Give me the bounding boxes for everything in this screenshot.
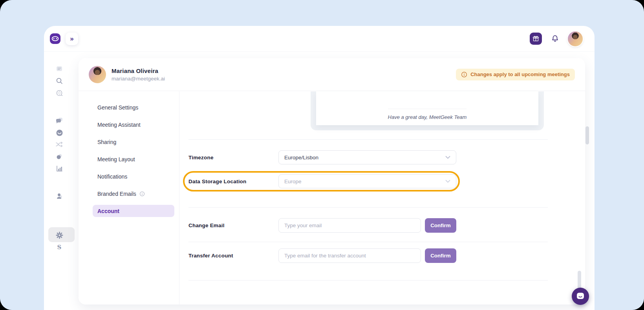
- changes-notice-text: Changes apply to all upcoming meetings: [470, 71, 570, 77]
- divider: [188, 280, 548, 281]
- nav-label: General Settings: [97, 104, 138, 111]
- nav-item-account[interactable]: Account: [93, 205, 174, 217]
- rewards-gift-button[interactable]: [530, 33, 542, 45]
- nav-item-notifications[interactable]: Notifications: [93, 170, 174, 182]
- expand-sidebar-button[interactable]: »: [66, 33, 78, 45]
- profile-avatar: [89, 66, 106, 83]
- nav-label: Sharing: [97, 139, 116, 145]
- analytics-bar-chart-icon[interactable]: [44, 162, 75, 174]
- expand-glyph: »: [70, 35, 73, 43]
- billing-icon[interactable]: S: [44, 241, 75, 253]
- notifications-bell-button[interactable]: [550, 34, 560, 44]
- content-scrollbar-thumb[interactable]: [578, 271, 581, 290]
- transfer-account-label: Transfer Account: [188, 253, 278, 259]
- page-background: »: [0, 0, 644, 310]
- profile-email: mariana@meetgeek.ai: [112, 76, 165, 82]
- nav-label: Meeting Assistant: [97, 122, 141, 128]
- user-avatar[interactable]: [568, 31, 583, 46]
- search-icon[interactable]: [44, 75, 75, 87]
- data-storage-label: Data Storage Location: [188, 179, 278, 184]
- timezone-value: Europe/Lisbon: [284, 155, 318, 160]
- nav-item-meeting-layout[interactable]: Meeting Layout: [93, 153, 174, 165]
- icon-sidebar: S: [44, 52, 75, 310]
- window-scrollbar-thumb[interactable]: [585, 126, 589, 144]
- calendar-icon[interactable]: [44, 63, 75, 75]
- timezone-select[interactable]: Europe/Lisbon: [278, 150, 456, 164]
- bell-icon: [551, 34, 560, 43]
- chevron-down-icon: [445, 180, 450, 183]
- account-header: Mariana Oliveira mariana@meetgeek.ai Cha…: [79, 58, 585, 91]
- app-window: »: [44, 26, 595, 310]
- gift-icon: [532, 35, 540, 42]
- changes-notice-badge: Changes apply to all upcoming meetings: [456, 69, 575, 80]
- timezone-row: Timezone Europe/Lisbon: [188, 150, 548, 164]
- chevron-down-icon: [445, 156, 450, 159]
- change-email-input[interactable]: [278, 218, 421, 233]
- data-storage-select[interactable]: Europe: [278, 174, 456, 188]
- billing-glyph: S: [57, 244, 62, 251]
- nav-label: Branded Emails: [97, 191, 136, 197]
- info-icon: [461, 71, 467, 78]
- transfer-account-input[interactable]: [278, 248, 421, 263]
- meetgeek-logo-icon[interactable]: [50, 33, 60, 44]
- timezone-label: Timezone: [188, 155, 278, 160]
- profile-name: Mariana Oliveira: [112, 67, 165, 74]
- top-bar: »: [44, 26, 595, 52]
- transfer-account-confirm-button[interactable]: Confirm: [425, 248, 456, 263]
- nav-label: Meeting Layout: [97, 156, 135, 162]
- chat-launcher-button[interactable]: [572, 288, 589, 305]
- settings-body: General Settings Meeting Assistant Shari…: [79, 91, 585, 305]
- nav-item-general-settings[interactable]: General Settings: [93, 101, 174, 113]
- settings-nav: General Settings Meeting Assistant Shari…: [79, 91, 179, 305]
- divider: [188, 242, 548, 242]
- data-storage-row: Data Storage Location Europe: [188, 174, 458, 188]
- nav-label: Account: [97, 208, 119, 214]
- robot-face-icon: [51, 34, 60, 43]
- topbar-actions: [530, 31, 583, 46]
- email-signature-text: Have a great day, MeetGeek Team: [388, 114, 467, 120]
- nav-label: Notifications: [97, 173, 127, 180]
- settings-panel: Mariana Oliveira mariana@meetgeek.ai Cha…: [79, 58, 585, 305]
- change-email-confirm-button[interactable]: Confirm: [425, 218, 456, 233]
- shuffle-automations-icon[interactable]: [44, 139, 75, 150]
- email-preview-backdrop: Have a great day, MeetGeek Team: [311, 91, 544, 130]
- meetings-smiley-icon[interactable]: [44, 127, 75, 139]
- settings-gear-icon[interactable]: [44, 229, 75, 241]
- chat-bubble-icon: [576, 292, 585, 301]
- nav-item-meeting-assistant[interactable]: Meeting Assistant: [93, 119, 174, 131]
- chat-messages-icon[interactable]: [44, 115, 75, 126]
- data-storage-value: Europe: [284, 179, 302, 184]
- email-preview-card: Have a great day, MeetGeek Team: [316, 91, 538, 125]
- recordings-film-icon[interactable]: [44, 87, 75, 99]
- divider: [188, 207, 548, 208]
- insights-dot-icon[interactable]: [44, 151, 75, 162]
- info-icon: [139, 191, 145, 197]
- nav-item-sharing[interactable]: Sharing: [93, 136, 174, 148]
- transfer-account-row: Transfer Account Confirm: [188, 248, 548, 263]
- change-email-label: Change Email: [188, 222, 278, 228]
- team-person-icon[interactable]: [44, 190, 75, 202]
- profile-identity: Mariana Oliveira mariana@meetgeek.ai: [112, 67, 165, 82]
- nav-item-branded-emails[interactable]: Branded Emails: [93, 188, 174, 200]
- change-email-row: Change Email Confirm: [188, 218, 548, 233]
- divider: [388, 109, 467, 109]
- data-storage-highlight-ring: Data Storage Location Europe: [183, 171, 460, 191]
- divider: [188, 139, 548, 140]
- account-settings-content: Have a great day, MeetGeek Team Timezone…: [179, 91, 585, 305]
